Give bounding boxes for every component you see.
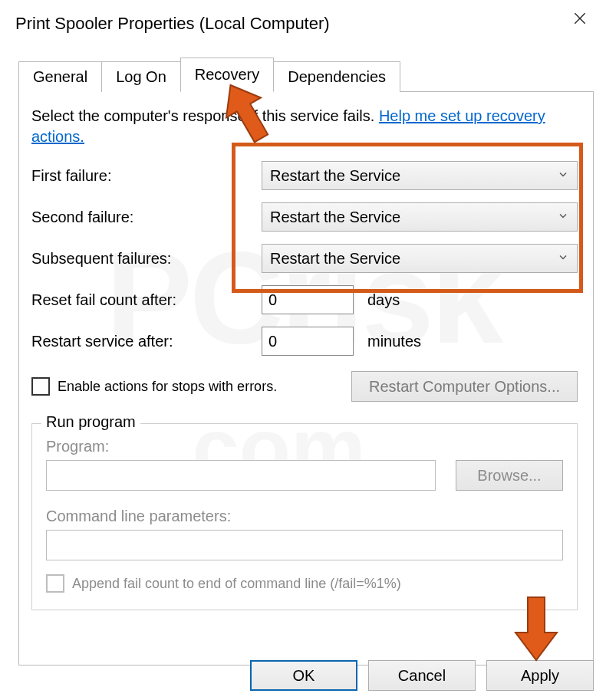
row-subsequent-failures: Subsequent failures: Restart the Service <box>31 244 578 273</box>
row-second-failure: Second failure: Restart the Service <box>31 202 578 232</box>
second-failure-value: Restart the Service <box>270 209 400 226</box>
subsequent-failures-label: Subsequent failures: <box>31 250 262 268</box>
restart-after-label: Restart service after: <box>31 333 262 350</box>
first-failure-select[interactable]: Restart the Service <box>262 161 578 190</box>
tab-dependencies[interactable]: Dependencies <box>273 61 400 92</box>
row-restart-after: Restart service after: minutes <box>31 327 578 356</box>
restart-after-input[interactable] <box>262 327 354 356</box>
ok-button[interactable]: OK <box>250 660 357 691</box>
recovery-pane: Select the computer's response if this s… <box>18 92 594 665</box>
reset-count-input[interactable] <box>262 285 354 314</box>
first-failure-label: First failure: <box>31 167 262 185</box>
chevron-down-icon <box>557 250 569 268</box>
dialog-footer: OK Cancel Apply <box>250 660 594 691</box>
cancel-button[interactable]: Cancel <box>368 660 476 691</box>
browse-button[interactable]: Browse... <box>456 460 563 491</box>
close-icon[interactable] <box>565 8 595 39</box>
window-title: Print Spooler Properties (Local Computer… <box>15 14 565 34</box>
cmdline-input[interactable] <box>46 530 563 560</box>
tab-recovery[interactable]: Recovery <box>180 58 274 92</box>
run-program-group: Run program Program: Browse... Command l… <box>31 423 578 610</box>
chevron-down-icon <box>557 209 569 226</box>
first-failure-value: Restart the Service <box>270 167 400 185</box>
row-reset-count: Reset fail count after: days <box>31 285 578 314</box>
enable-actions-row: Enable actions for stops with errors. Re… <box>31 371 578 402</box>
subsequent-failures-value: Restart the Service <box>270 250 400 268</box>
enable-actions-checkbox[interactable] <box>31 377 50 396</box>
enable-actions-label: Enable actions for stops with errors. <box>58 379 351 395</box>
intro-pre: Select the computer's response if this s… <box>31 107 379 124</box>
tab-bar: General Log On Recovery Dependencies <box>18 57 594 92</box>
restart-computer-options-button[interactable]: Restart Computer Options... <box>351 371 578 402</box>
intro-text: Select the computer's response if this s… <box>31 106 578 147</box>
second-failure-label: Second failure: <box>31 209 262 226</box>
program-label: Program: <box>46 438 563 455</box>
reset-count-label: Reset fail count after: <box>31 291 262 309</box>
append-label: Append fail count to end of command line… <box>72 576 401 592</box>
apply-button[interactable]: Apply <box>486 660 594 691</box>
cmdline-label: Command line parameters: <box>46 508 563 525</box>
chevron-down-icon <box>557 167 569 185</box>
restart-after-unit: minutes <box>367 333 421 350</box>
append-checkbox[interactable] <box>46 574 64 593</box>
second-failure-select[interactable]: Restart the Service <box>262 202 578 232</box>
program-input[interactable] <box>46 460 436 491</box>
reset-count-unit: days <box>367 291 400 309</box>
row-first-failure: First failure: Restart the Service <box>31 161 578 190</box>
titlebar: Print Spooler Properties (Local Computer… <box>0 0 606 41</box>
tab-general[interactable]: General <box>18 61 102 92</box>
tab-logon[interactable]: Log On <box>101 61 181 92</box>
run-program-legend: Run program <box>41 413 140 431</box>
append-row: Append fail count to end of command line… <box>46 574 563 593</box>
subsequent-failures-select[interactable]: Restart the Service <box>262 244 578 273</box>
